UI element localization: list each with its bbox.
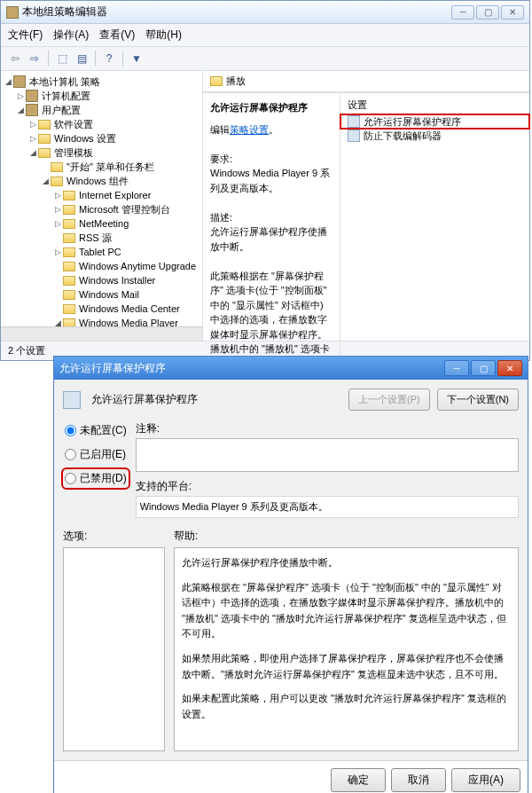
edit-policy-link[interactable]: 策略设置 [230,124,269,135]
help-box[interactable]: 允许运行屏幕保护程序使播放中断。 此策略根据在 "屏幕保护程序" 选项卡（位于 … [174,547,519,751]
tree-anytime-upgrade[interactable]: Windows Anytime Upgrade [1,259,202,273]
radio-not-configured[interactable]: 未配置(C) [65,423,127,438]
policy-setting-icon [348,115,360,128]
radio-enabled-input[interactable] [65,449,76,460]
tree-root[interactable]: ◢本地计算机 策略 [1,75,202,89]
radio-enabled[interactable]: 已启用(E) [65,447,127,462]
tree-windows-components[interactable]: ◢Windows 组件 [1,174,202,188]
dialog-minimize-button[interactable]: ─ [444,360,469,376]
gpedit-window: 本地组策略编辑器 ─ ▢ ✕ 文件(F) 操作(A) 查看(V) 帮助(H) ⇦… [0,0,530,361]
window-title: 本地组策略编辑器 [22,4,451,20]
menubar: 文件(F) 操作(A) 查看(V) 帮助(H) [1,24,529,47]
folder-icon [38,120,51,130]
cancel-button[interactable]: 取消 [391,768,446,792]
prev-setting-button[interactable]: 上一个设置(P) [348,389,430,411]
folder-icon [38,148,51,158]
folder-icon [63,247,75,257]
minimize-button[interactable]: ─ [451,5,474,20]
menu-help[interactable]: 帮助(H) [145,27,182,43]
policy-setting-icon [348,130,360,142]
dialog-header-title: 允许运行屏幕保护程序 [91,392,341,407]
setting-allow-screensaver[interactable]: 允许运行屏幕保护程序 [340,114,529,129]
folder-icon [63,233,75,243]
notes-field[interactable] [136,438,519,472]
dialog-title: 允许运行屏幕保护程序 [59,361,442,376]
close-button[interactable]: ✕ [501,5,524,20]
requirements-label: 要求: [210,152,332,167]
notes-label: 注释: [136,421,519,436]
radio-disabled-input[interactable] [65,473,76,484]
folder-icon [63,304,75,314]
tree-scroll[interactable]: ◢本地计算机 策略 ▷计算机配置 ◢用户配置 ▷软件设置 ▷Windows 设置… [1,71,202,341]
description-label: 描述: [210,210,332,225]
folder-icon [63,219,75,229]
folder-icon [210,76,223,86]
help-p3: 如果禁用此策略，即使用户选择了屏幕保护程序，屏幕保护程序也不会使播放中断。"播放… [182,651,511,682]
radio-not-configured-input[interactable] [65,425,76,436]
folder-icon [51,177,63,186]
folder-icon [51,162,63,172]
settings-column-header[interactable]: 设置 [340,97,529,114]
requirements-text: Windows Media Player 9 系列及更高版本。 [210,166,332,195]
tree-media-center[interactable]: Windows Media Center [1,302,202,316]
maximize-button[interactable]: ▢ [476,5,499,20]
help-p1: 允许运行屏幕保护程序使播放中断。 [182,555,511,571]
toolbar: ⇦ ⇨ ⬚ ▤ ? ▼ [1,47,529,71]
dialog-maximize-button[interactable]: ▢ [471,360,496,376]
gpedit-icon [6,6,19,19]
help-button[interactable]: ? [100,50,118,67]
dialog-close-button[interactable]: ✕ [497,360,522,376]
tree-mail[interactable]: Windows Mail [1,287,202,302]
dialog-titlebar[interactable]: 允许运行屏幕保护程序 ─ ▢ ✕ [54,357,528,380]
description-text: 允许运行屏幕保护程序使播放中断。 [210,224,332,254]
help-label: 帮助: [174,529,519,544]
menu-file[interactable]: 文件(F) [8,27,43,43]
tree-windows-settings[interactable]: ▷Windows 设置 [1,131,202,145]
apply-button[interactable]: 应用(A) [451,768,520,792]
tree-installer[interactable]: Windows Installer [1,273,202,287]
list-button[interactable]: ▤ [73,50,90,67]
detail-header: 播放 [203,71,529,92]
help-p2: 此策略根据在 "屏幕保护程序" 选项卡（位于 "控制面板" 中的 "显示属性" … [182,580,511,642]
tree-start-taskbar[interactable]: "开始" 菜单和任务栏 [1,160,202,174]
forward-button[interactable]: ⇨ [26,50,43,67]
filter-button[interactable]: ▼ [128,50,145,67]
ok-button[interactable]: 确定 [331,768,386,792]
horizontal-scrollbar[interactable] [1,326,202,341]
options-box [63,547,165,751]
config-icon [26,90,38,102]
detail-panel: 播放 允许运行屏幕保护程序 编辑策略设置。 要求: Windows Media … [203,71,529,341]
folder-icon [63,290,75,300]
folder-icon [63,276,75,286]
tree-netmeeting[interactable]: ▷NetMeeting [1,216,202,231]
back-button[interactable]: ⇦ [6,50,24,67]
folder-icon [63,205,75,215]
tree-rss[interactable]: RSS 源 [1,231,202,245]
dialog-buttons: 确定 取消 应用(A) [54,760,528,793]
setting-prevent-codec[interactable]: 防止下载编解码器 [340,129,529,143]
help-p4: 如果未配置此策略，用户可以更改 "播放时允许运行屏幕保护程序" 复选框的设置。 [182,691,511,722]
tree-computer-config[interactable]: ▷计算机配置 [1,89,202,103]
tree-ie[interactable]: ▷Internet Explorer [1,188,202,202]
up-button[interactable]: ⬚ [53,50,71,67]
policy-dialog: 允许运行屏幕保护程序 ─ ▢ ✕ 允许运行屏幕保护程序 上一个设置(P) 下一个… [53,356,528,793]
tree-software-settings[interactable]: ▷软件设置 [1,117,202,131]
policy-title: 允许运行屏幕保护程序 [210,100,332,115]
next-setting-button[interactable]: 下一个设置(N) [437,389,519,411]
titlebar[interactable]: 本地组策略编辑器 ─ ▢ ✕ [1,1,529,24]
tree-admin-templates[interactable]: ◢管理模板 [1,145,202,160]
platform-text: Windows Media Player 9 系列及更高版本。 [136,496,519,518]
config-icon [26,104,38,116]
policy-setting-icon [63,391,81,409]
platform-label: 支持的平台: [136,479,519,494]
menu-view[interactable]: 查看(V) [99,27,135,43]
tree-tablet-pc[interactable]: ▷Tablet PC [1,245,202,259]
tree-mmc[interactable]: ▷Microsoft 管理控制台 [1,202,202,216]
options-label: 选项: [63,529,165,544]
folder-icon [38,134,51,144]
tree-user-config[interactable]: ◢用户配置 [1,103,202,117]
radio-disabled[interactable]: 已禁用(D) [65,471,127,486]
folder-icon [63,191,75,200]
menu-action[interactable]: 操作(A) [53,27,89,43]
policy-icon [13,75,26,88]
